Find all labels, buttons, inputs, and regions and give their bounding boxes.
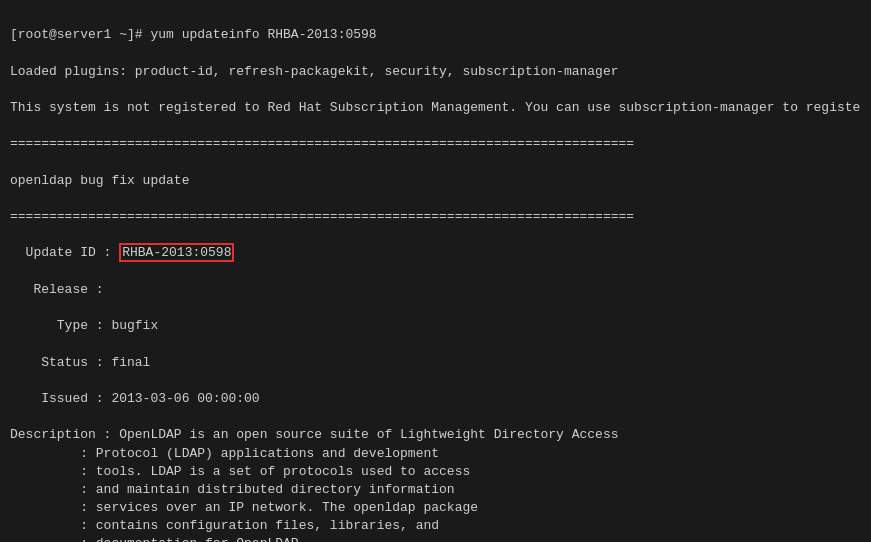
terminal-window: [root@server1 ~]# yum updateinfo RHBA-20…: [10, 8, 861, 445]
section-title: openldap bug fix update: [10, 173, 189, 188]
description-label: Description :: [10, 427, 119, 442]
type-line: Type : bugfix: [10, 318, 158, 333]
issued-line: Issued : 2013-03-06 00:00:00: [10, 391, 260, 406]
desc-line-0: OpenLDAP is an open source suite of Ligh…: [119, 427, 618, 442]
separator-1: ========================================…: [10, 136, 634, 151]
update-id-value: RHBA-2013:0598: [119, 243, 234, 262]
separator-2: ========================================…: [10, 209, 634, 224]
description-block: : Protocol (LDAP) applications and devel…: [10, 445, 861, 543]
registration-warning: This system is not registered to Red Hat…: [10, 100, 860, 115]
update-id-label: Update ID :: [10, 245, 119, 260]
status-line: Status : final: [10, 355, 150, 370]
release-label: Release :: [10, 282, 111, 297]
loaded-plugins-line: Loaded plugins: product-id, refresh-pack…: [10, 64, 619, 79]
prompt-line: [root@server1 ~]# yum updateinfo RHBA-20…: [10, 27, 377, 42]
